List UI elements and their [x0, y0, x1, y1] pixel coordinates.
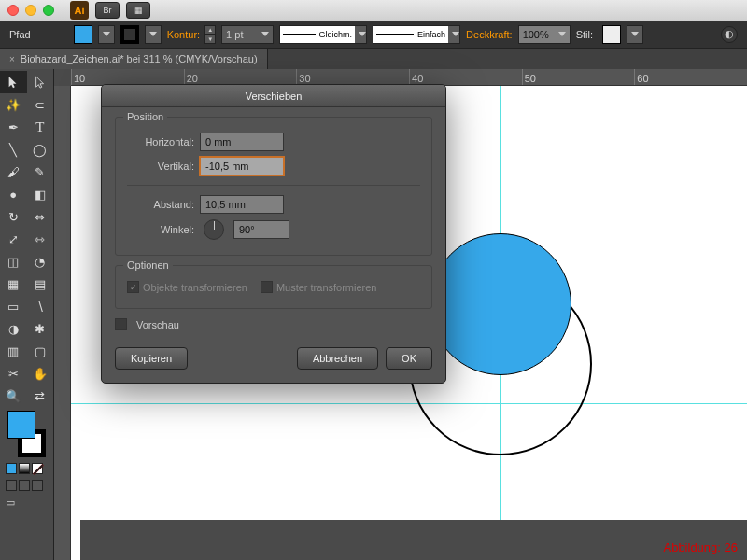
- shape-builder-tool[interactable]: ◔: [27, 250, 54, 273]
- eyedropper-tool[interactable]: ∖: [27, 295, 54, 317]
- lasso-tool[interactable]: ⊂: [27, 93, 54, 116]
- close-window-button[interactable]: [7, 5, 19, 16]
- abstand-input[interactable]: [200, 195, 284, 214]
- pencil-tool[interactable]: ✎: [27, 161, 54, 183]
- opacity-select[interactable]: 100%: [518, 25, 571, 44]
- pasteboard: [80, 520, 747, 560]
- draw-behind-button[interactable]: [19, 480, 30, 491]
- bridge-button[interactable]: Br: [95, 2, 120, 19]
- column-graph-tool[interactable]: ▥: [0, 340, 27, 362]
- color-mode-button[interactable]: [6, 463, 17, 474]
- transform-objects-label: Objekte transformieren: [143, 282, 247, 293]
- draw-normal-button[interactable]: [6, 480, 17, 491]
- blend-tool[interactable]: ◑: [0, 317, 27, 340]
- toggle-fill-stroke[interactable]: ⇄: [27, 385, 54, 407]
- filled-circle-path[interactable]: [430, 233, 571, 375]
- symbol-sprayer-tool[interactable]: ✱: [27, 317, 54, 340]
- none-mode-button[interactable]: [32, 463, 43, 474]
- style-label: Stil:: [576, 29, 593, 40]
- document-tab[interactable]: × Biohazard_Zeichen.ai* bei 311 % (CMYK/…: [0, 49, 268, 69]
- width-tool[interactable]: ⇿: [27, 228, 54, 250]
- pen-tool[interactable]: ✒: [0, 116, 27, 138]
- graphic-style-swatch[interactable]: [602, 25, 621, 44]
- ruler-tick: 50: [522, 69, 635, 85]
- figure-caption: Abbildung: 26: [663, 540, 738, 554]
- direct-selection-tool[interactable]: [27, 71, 54, 93]
- copy-button[interactable]: Kopieren: [115, 347, 188, 370]
- fill-dropdown[interactable]: [98, 25, 115, 44]
- horizontal-guide[interactable]: [71, 403, 747, 404]
- ruler-tick: 40: [409, 69, 522, 85]
- ruler-tick: 60: [634, 69, 747, 85]
- rotate-tool[interactable]: ↻: [0, 205, 27, 228]
- arrange-documents-button[interactable]: ▦: [126, 2, 150, 19]
- paintbrush-tool[interactable]: 🖌: [0, 161, 27, 183]
- slice-tool[interactable]: ✂: [0, 362, 27, 385]
- line-tool[interactable]: ╲: [0, 138, 27, 161]
- perspective-grid-tool[interactable]: ▦: [0, 273, 27, 295]
- recolor-artwork-button[interactable]: ◐: [721, 26, 738, 43]
- stroke-label: Kontur:: [167, 29, 200, 40]
- zoom-window-button[interactable]: [43, 5, 54, 16]
- stroke-weight-value: 1 pt: [226, 29, 243, 40]
- abstand-label: Abstand:: [127, 199, 194, 210]
- magic-wand-tool[interactable]: ✨: [0, 93, 27, 116]
- ok-button[interactable]: OK: [386, 347, 432, 370]
- selection-tool[interactable]: [0, 71, 27, 93]
- opacity-value: 100%: [523, 29, 549, 40]
- horizontal-label: Horizontal:: [127, 136, 194, 147]
- graphic-style-dropdown[interactable]: [627, 25, 643, 44]
- free-transform-tool[interactable]: ◫: [0, 250, 27, 273]
- close-tab-icon[interactable]: ×: [9, 54, 15, 64]
- position-group-label: Position: [123, 111, 167, 122]
- move-dialog: Verschieben Position Horizontal: Vertika…: [101, 84, 446, 384]
- reflect-tool[interactable]: ⇔: [27, 205, 54, 228]
- angle-dial[interactable]: [204, 219, 224, 240]
- minimize-window-button[interactable]: [25, 5, 36, 16]
- stroke-dropdown[interactable]: [145, 25, 162, 44]
- draw-inside-button[interactable]: [32, 480, 43, 491]
- fill-swatch[interactable]: [74, 25, 92, 44]
- document-tab-title: Biohazard_Zeichen.ai* bei 311 % (CMYK/Vo…: [21, 53, 258, 64]
- transform-patterns-label: Muster transformieren: [276, 282, 377, 293]
- screen-mode-button[interactable]: ▭: [0, 493, 53, 512]
- winkel-label: Winkel:: [127, 224, 194, 235]
- fill-color-box[interactable]: [7, 411, 35, 439]
- vertikal-input[interactable]: [200, 157, 284, 175]
- stroke-weight-stepper[interactable]: ▲▼: [204, 25, 216, 44]
- type-tool[interactable]: T: [27, 116, 54, 138]
- opacity-label: Deckkraft:: [466, 29, 513, 40]
- eraser-tool[interactable]: ◧: [27, 183, 54, 205]
- control-bar: Pfad Kontur: ▲▼ 1 pt Gleichm. Einfach De…: [0, 21, 747, 49]
- mesh-tool[interactable]: ▤: [27, 273, 54, 295]
- fill-stroke-indicator[interactable]: [7, 411, 46, 457]
- winkel-input[interactable]: [233, 220, 289, 239]
- cancel-button[interactable]: Abbrechen: [297, 347, 378, 370]
- preview-checkbox[interactable]: [115, 318, 127, 330]
- window-titlebar: Ai Br ▦: [0, 0, 747, 21]
- brush-definition[interactable]: Einfach: [373, 25, 460, 44]
- transform-objects-checkbox[interactable]: [127, 281, 139, 293]
- scale-tool[interactable]: ⤢: [0, 228, 27, 250]
- ellipse-tool[interactable]: ◯: [27, 138, 54, 161]
- hand-tool[interactable]: ✋: [27, 362, 54, 385]
- preview-label: Vorschau: [136, 319, 179, 330]
- stroke-weight-select[interactable]: 1 pt: [221, 25, 274, 44]
- ruler-tick: 30: [296, 69, 409, 85]
- stroke-swatch[interactable]: [120, 25, 139, 44]
- ruler-tick: 20: [184, 69, 297, 85]
- zoom-tool[interactable]: 🔍: [0, 385, 27, 407]
- transform-patterns-checkbox[interactable]: [261, 281, 273, 293]
- profile-label: Gleichm.: [319, 30, 353, 39]
- dialog-title: Verschieben: [102, 85, 445, 107]
- document-tab-bar: × Biohazard_Zeichen.ai* bei 311 % (CMYK/…: [0, 49, 747, 69]
- vertical-ruler[interactable]: [54, 86, 71, 560]
- variable-width-profile[interactable]: Gleichm.: [279, 25, 367, 44]
- blob-brush-tool[interactable]: ●: [0, 183, 27, 205]
- gradient-mode-button[interactable]: [19, 463, 30, 474]
- gradient-tool[interactable]: ▭: [0, 295, 27, 317]
- app-icon: Ai: [70, 1, 89, 20]
- artboard-tool[interactable]: ▢: [27, 340, 54, 362]
- selection-type-label: Pfad: [9, 29, 31, 40]
- horizontal-input[interactable]: [200, 133, 284, 151]
